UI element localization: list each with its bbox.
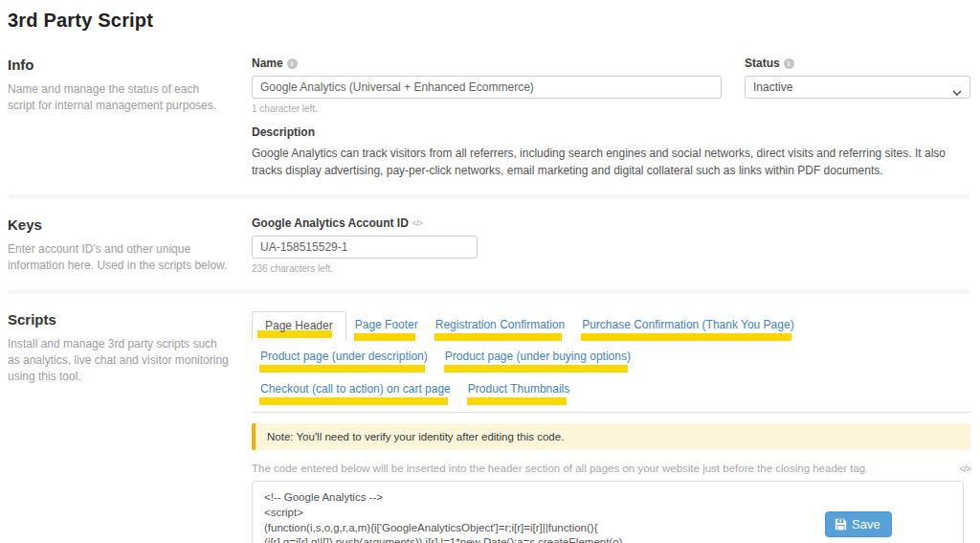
name-helper: 1 character left. <box>252 103 722 114</box>
status-select[interactable]: Inactive <box>745 76 970 99</box>
script-tabs: Page Header Page Footer Registration Con… <box>252 311 970 413</box>
description-text: Google Analytics can track visitors from… <box>252 145 970 179</box>
info-description: Name and manage the status of each scrip… <box>8 81 230 114</box>
chevron-down-icon <box>952 85 962 99</box>
account-id-label: Google Analytics Account ID </> <box>252 216 539 230</box>
info-heading: Info <box>8 57 252 73</box>
verify-identity-note: Note: You'll need to verify your identit… <box>252 423 970 450</box>
account-id-helper: 236 characters left. <box>252 263 478 274</box>
info-section-left: Info Name and manage the status of each … <box>8 57 252 114</box>
code-hint-row: The code entered below will be inserted … <box>252 463 970 474</box>
description-label: Description <box>252 125 970 139</box>
name-input[interactable] <box>252 76 722 99</box>
highlight-mark <box>444 365 628 373</box>
save-button[interactable]: Save <box>825 511 892 537</box>
description-field-group: Description Google Analytics can track v… <box>252 125 970 179</box>
page: 3rd Party Script Info Name and manage th… <box>0 0 980 543</box>
scripts-heading: Scripts <box>8 311 252 328</box>
tab-product-page-under-description[interactable]: Product page (under description) <box>252 343 436 372</box>
highlight-mark <box>259 397 448 405</box>
highlight-mark <box>434 333 562 341</box>
save-button-label: Save <box>852 517 880 532</box>
name-field-group: Name i 1 character left. <box>252 57 722 114</box>
code-icon: </> <box>412 218 422 228</box>
keys-section: Keys Enter account ID's and other unique… <box>8 216 970 274</box>
tab-purchase-confirmation[interactable]: Purchase Confirmation (Thank You Page) <box>573 311 802 340</box>
keys-section-right: Google Analytics Account ID </> 236 char… <box>252 216 970 274</box>
info-section-right: Name i 1 character left. Status i Inacti… <box>252 57 970 179</box>
scripts-section-left: Scripts Install and manage 3rd party scr… <box>8 311 252 385</box>
section-divider <box>8 194 970 199</box>
highlight-mark <box>581 333 791 341</box>
account-id-input[interactable] <box>252 236 478 259</box>
tab-page-header[interactable]: Page Header <box>252 311 346 341</box>
info-icon: i <box>287 58 298 69</box>
tab-registration-confirmation[interactable]: Registration Confirmation <box>427 311 573 340</box>
code-hint-text: The code entered below will be inserted … <box>252 463 868 474</box>
account-id-field-group: Google Analytics Account ID </> 236 char… <box>252 216 478 274</box>
code-icon: </> <box>960 464 970 474</box>
info-section: Info Name and manage the status of each … <box>8 57 970 179</box>
save-icon <box>835 518 847 531</box>
tab-page-footer[interactable]: Page Footer <box>346 311 427 340</box>
name-label: Name i <box>252 57 722 70</box>
highlight-mark <box>354 333 415 341</box>
highlight-mark <box>467 397 568 405</box>
scripts-description: Install and manage 3rd party scripts suc… <box>8 336 230 385</box>
page-title: 3rd Party Script <box>8 10 970 32</box>
scripts-section: Scripts Install and manage 3rd party scr… <box>8 311 970 543</box>
tab-product-page-under-buying-options[interactable]: Product page (under buying options) <box>436 343 639 372</box>
highlight-mark <box>259 365 425 373</box>
keys-section-left: Keys Enter account ID's and other unique… <box>8 216 252 274</box>
section-divider <box>8 289 970 294</box>
status-label: Status i <box>745 57 970 70</box>
keys-description: Enter account ID's and other unique info… <box>8 241 230 274</box>
keys-heading: Keys <box>8 216 252 233</box>
tab-product-thumbnails[interactable]: Product Thumbnails <box>459 375 579 404</box>
status-selected-value: Inactive <box>753 80 792 94</box>
status-field-group: Status i Inactive <box>745 57 970 114</box>
tab-checkout-call-to-action[interactable]: Checkout (call to action) on cart page <box>252 375 459 404</box>
scripts-section-right: Page Header Page Footer Registration Con… <box>252 311 970 543</box>
info-icon: i <box>784 58 794 69</box>
